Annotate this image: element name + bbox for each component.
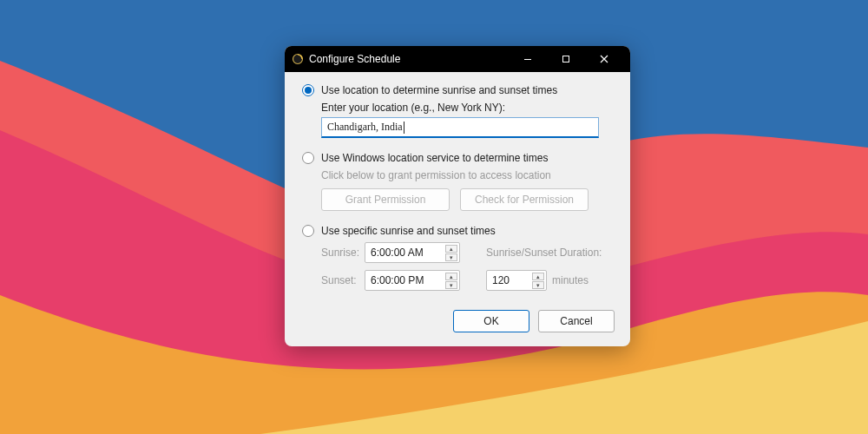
duration-label: Sunrise/Sunset Duration: [486,247,608,259]
window-title: Configure Schedule [309,53,400,65]
svg-rect-2 [524,59,531,60]
svg-rect-3 [563,56,569,62]
sunset-time-input[interactable]: 6:00:00 PM ▴▾ [365,270,460,291]
configure-schedule-dialog: Configure Schedule Use location to deter… [285,46,630,346]
spinner-down-icon[interactable]: ▾ [445,281,457,289]
grant-permission-button[interactable]: Grant Permission [321,188,450,211]
cancel-button[interactable]: Cancel [538,310,615,332]
close-button[interactable] [585,46,623,72]
text-caret [404,122,404,134]
sunrise-label: Sunrise: [321,247,365,259]
minimize-button[interactable] [509,46,547,72]
sunrise-time-input[interactable]: 6:00:00 AM ▴▾ [365,242,460,263]
radio-use-location-label: Use location to determine sunrise and su… [321,84,557,96]
ok-button[interactable]: OK [453,310,529,332]
radio-use-location[interactable] [302,84,314,96]
radio-windows-location[interactable] [302,152,314,164]
location-input-value: Chandigarh, India [327,121,403,134]
sunset-label: Sunset: [321,274,365,286]
duration-input[interactable]: 120 ▴▾ [486,270,547,291]
radio-windows-location-label: Use Windows location service to determin… [321,152,548,164]
spinner-down-icon[interactable]: ▾ [532,281,544,289]
permission-hint: Click below to grant permission to acces… [321,169,613,181]
maximize-button[interactable] [547,46,585,72]
dialog-footer: OK Cancel [285,303,630,346]
spinner-up-icon[interactable]: ▴ [445,245,457,253]
location-prompt: Enter your location (e.g., New York NY): [321,102,613,114]
spinner-up-icon[interactable]: ▴ [532,273,544,280]
spinner-up-icon[interactable]: ▴ [445,273,457,280]
spinner-down-icon[interactable]: ▾ [445,253,457,261]
app-icon [292,53,304,65]
location-input[interactable]: Chandigarh, India [321,117,599,138]
minutes-label: minutes [552,274,589,286]
titlebar[interactable]: Configure Schedule [285,46,630,72]
radio-specific-times[interactable] [302,225,314,237]
check-permission-button[interactable]: Check for Permission [460,188,589,211]
radio-specific-times-label: Use specific sunrise and sunset times [321,225,496,237]
